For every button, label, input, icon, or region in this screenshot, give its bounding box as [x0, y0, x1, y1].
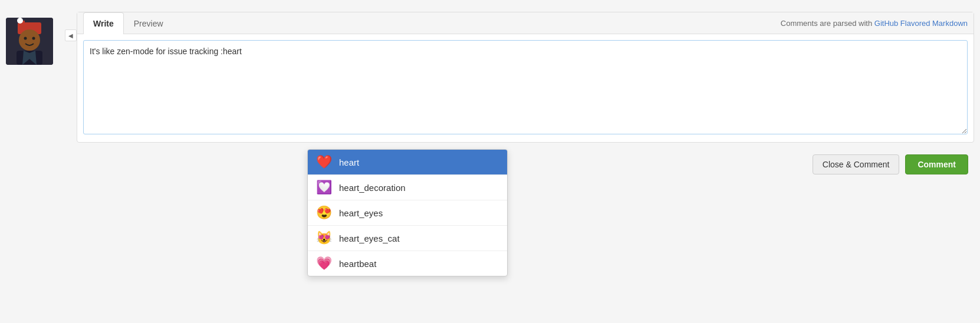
avatar	[6, 18, 53, 65]
autocomplete-item-heart-decoration[interactable]: 💟 heart_decoration	[308, 175, 507, 200]
tabs-info: Comments are parsed with GitHub Flavored…	[781, 19, 968, 28]
autocomplete-item-heartbeat[interactable]: 💗 heartbeat	[308, 251, 507, 276]
comment-textarea[interactable]: It's like zen-mode for issue tracking :h…	[83, 40, 968, 134]
collapse-arrow[interactable]: ◀	[65, 29, 77, 41]
textarea-wrapper: It's like zen-mode for issue tracking :h…	[77, 34, 974, 142]
autocomplete-item-heart-eyes[interactable]: 😍 heart_eyes	[308, 200, 507, 226]
close-comment-label: Close & Comment	[823, 160, 890, 169]
autocomplete-dropdown: ❤️ heart 💟 heart_decoration 😍 heart_eyes…	[307, 149, 508, 276]
editor-column: Write Preview Comments are parsed with G…	[77, 12, 974, 180]
tab-preview-label: Preview	[134, 19, 163, 28]
page-wrapper: ◀ Write Preview Comments are parsed with…	[0, 0, 980, 323]
svg-point-4	[19, 29, 40, 51]
comment-label: Comment	[917, 160, 956, 169]
close-comment-button[interactable]: Close & Comment	[813, 154, 900, 174]
emoji-name-heart-decoration: heart_decoration	[339, 183, 406, 193]
comment-button[interactable]: Comment	[905, 154, 968, 174]
emoji-name-heart-eyes: heart_eyes	[339, 208, 383, 218]
actions-row: Close & Comment Comment	[77, 149, 974, 180]
tabs-row: Write Preview Comments are parsed with G…	[77, 12, 974, 34]
emoji-name-heart-eyes-cat: heart_eyes_cat	[339, 233, 400, 243]
github-markdown-link[interactable]: GitHub Flavored Markdown	[874, 19, 968, 28]
autocomplete-item-heart-eyes-cat[interactable]: 😻 heart_eyes_cat	[308, 226, 507, 251]
emoji-heart: ❤️	[316, 156, 332, 169]
svg-point-6	[32, 37, 35, 40]
editor-card: Write Preview Comments are parsed with G…	[77, 12, 974, 143]
tab-write[interactable]: Write	[83, 12, 124, 34]
emoji-name-heartbeat: heartbeat	[339, 259, 376, 269]
autocomplete-item-heart[interactable]: ❤️ heart	[308, 150, 507, 175]
emoji-name-heart: heart	[339, 157, 359, 167]
emoji-heart-eyes: 😍	[316, 206, 332, 219]
emoji-heart-decoration: 💟	[316, 181, 332, 194]
info-text: Comments are parsed with	[781, 19, 874, 28]
tab-preview[interactable]: Preview	[124, 12, 173, 34]
avatar-column: ◀	[6, 12, 71, 65]
avatar-image	[6, 18, 53, 65]
tabs-left: Write Preview	[83, 12, 173, 34]
emoji-heart-eyes-cat: 😻	[316, 232, 332, 245]
svg-point-5	[24, 37, 27, 40]
svg-point-3	[17, 18, 23, 24]
tab-write-label: Write	[93, 19, 114, 28]
emoji-heartbeat: 💗	[316, 257, 332, 270]
